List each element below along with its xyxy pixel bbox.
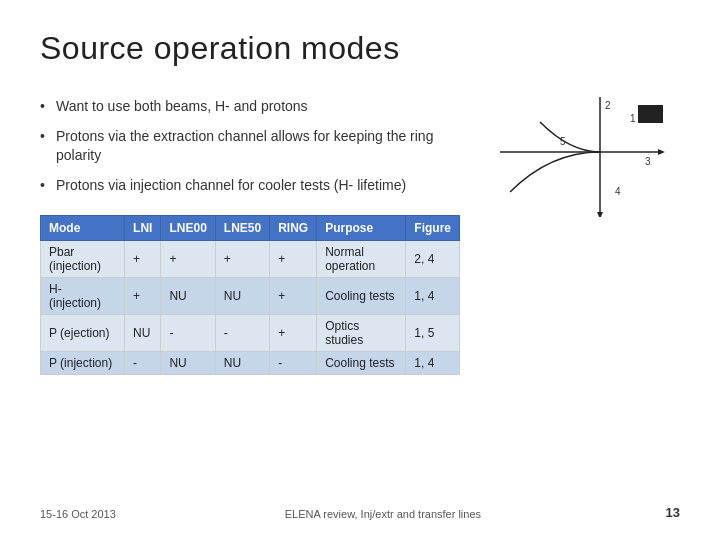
table-cell: - — [270, 352, 317, 375]
content-area: Want to use both beams, H- and protonsPr… — [40, 87, 680, 497]
table-cell: 1, 5 — [406, 315, 460, 352]
bullet-item: Protons via injection channel for cooler… — [40, 176, 460, 196]
table-cell: Optics studies — [317, 315, 406, 352]
table-cell: - — [161, 315, 215, 352]
data-table: ModeLNILNE00LNE50RINGPurposeFigure Pbar … — [40, 215, 460, 375]
bullet-list: Want to use both beams, H- and protonsPr… — [40, 97, 460, 205]
table-cell: P (ejection) — [41, 315, 125, 352]
svg-rect-3 — [638, 105, 663, 123]
table-header-cell: RING — [270, 216, 317, 241]
slide: Source operation modes Want to use both … — [0, 0, 720, 540]
bullet-item: Want to use both beams, H- and protons — [40, 97, 460, 117]
svg-text:3: 3 — [645, 156, 651, 167]
table-body: Pbar (injection)++++Normal operation2, 4… — [41, 241, 460, 375]
table-header-cell: Mode — [41, 216, 125, 241]
table-cell: NU — [161, 278, 215, 315]
right-column: 2 1 5 3 4 — [480, 87, 680, 497]
table-header-cell: LNE50 — [215, 216, 269, 241]
svg-text:5: 5 — [560, 136, 566, 147]
table-cell: Pbar (injection) — [41, 241, 125, 278]
table-row: P (injection)-NUNU-Cooling tests1, 4 — [41, 352, 460, 375]
table-cell: NU — [215, 278, 269, 315]
table-cell: + — [270, 315, 317, 352]
table-row: H- (injection)+NUNU+Cooling tests1, 4 — [41, 278, 460, 315]
footer-right: 13 — [650, 505, 680, 520]
table-row: P (ejection)NU--+Optics studies1, 5 — [41, 315, 460, 352]
table-cell: + — [215, 241, 269, 278]
table-header-cell: Figure — [406, 216, 460, 241]
left-column: Want to use both beams, H- and protonsPr… — [40, 87, 460, 497]
table-cell: H- (injection) — [41, 278, 125, 315]
table-cell: + — [125, 278, 161, 315]
table-cell: + — [270, 241, 317, 278]
table-cell: 2, 4 — [406, 241, 460, 278]
svg-text:1: 1 — [630, 113, 636, 124]
table-cell: - — [125, 352, 161, 375]
table-header-cell: LNE00 — [161, 216, 215, 241]
footer: 15-16 Oct 2013 ELENA review, Inj/extr an… — [40, 497, 680, 520]
footer-center: ELENA review, Inj/extr and transfer line… — [116, 508, 650, 520]
table-cell: + — [125, 241, 161, 278]
page-title: Source operation modes — [40, 30, 680, 67]
table-cell: - — [215, 315, 269, 352]
bullet-item: Protons via the extraction channel allow… — [40, 127, 460, 166]
table-cell: Normal operation — [317, 241, 406, 278]
table-cell: P (injection) — [41, 352, 125, 375]
header-row: ModeLNILNE00LNE50RINGPurposeFigure — [41, 216, 460, 241]
table-cell: 1, 4 — [406, 278, 460, 315]
table-cell: 1, 4 — [406, 352, 460, 375]
footer-left: 15-16 Oct 2013 — [40, 508, 116, 520]
svg-text:4: 4 — [615, 186, 621, 197]
table-header-cell: LNI — [125, 216, 161, 241]
table-cell: NU — [161, 352, 215, 375]
table-cell: Cooling tests — [317, 352, 406, 375]
table-cell: + — [161, 241, 215, 278]
table-cell: + — [270, 278, 317, 315]
beam-diagram: 2 1 5 3 4 — [490, 87, 670, 217]
table-area: ModeLNILNE00LNE50RINGPurposeFigure Pbar … — [40, 215, 460, 375]
table-cell: Cooling tests — [317, 278, 406, 315]
table-cell: NU — [125, 315, 161, 352]
svg-text:2: 2 — [605, 100, 611, 111]
table-cell: NU — [215, 352, 269, 375]
table-row: Pbar (injection)++++Normal operation2, 4 — [41, 241, 460, 278]
table-header: ModeLNILNE00LNE50RINGPurposeFigure — [41, 216, 460, 241]
table-header-cell: Purpose — [317, 216, 406, 241]
